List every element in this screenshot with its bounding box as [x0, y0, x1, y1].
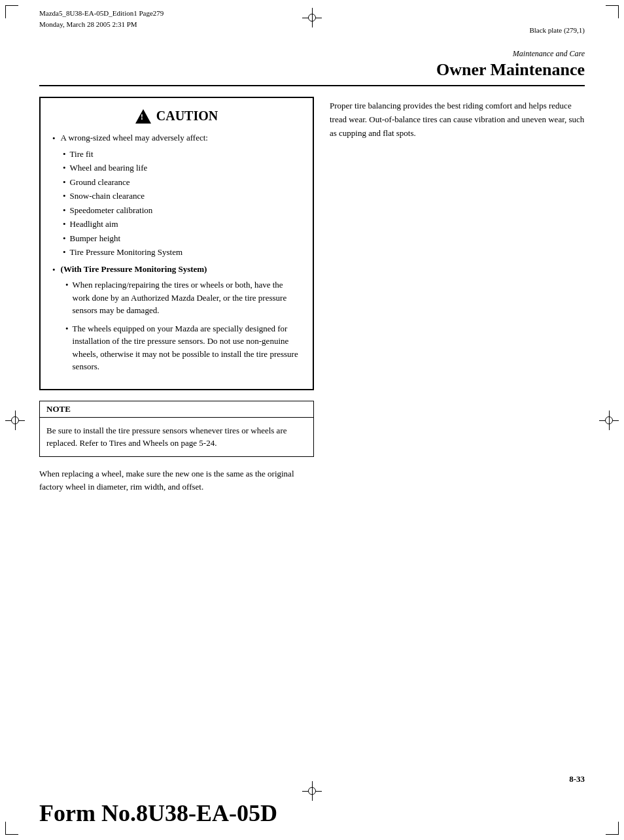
- corner-mark-bl: [5, 822, 18, 835]
- meta-line1: Mazda5_8U38-EA-05D_Edition1 Page279: [39, 8, 164, 19]
- caution-bullet-bold: • (With Tire Pressure Monitoring System): [52, 263, 301, 277]
- bold-bullet-dot: •: [52, 263, 56, 277]
- sub-item-2: • Wheel and bearing life: [63, 161, 301, 175]
- corner-mark-br: [606, 822, 619, 835]
- caution-triangle-icon: [135, 109, 151, 124]
- left-crosshair: [5, 411, 25, 430]
- detail-item-label-2: The wheels equipped on your Mazda are sp…: [73, 322, 301, 373]
- right-paragraph: Proper tire balancing provides the best …: [330, 99, 585, 140]
- sub-dot-3: •: [63, 176, 66, 189]
- header-subtitle: Maintenance and Care: [436, 49, 585, 59]
- header-section: Maintenance and Care Owner Maintenance: [436, 49, 585, 80]
- sub-item-3: • Ground clearance: [63, 176, 301, 189]
- top-crosshair: [302, 8, 322, 27]
- detail-item-1: • When replacing/repairing the tires or …: [65, 278, 301, 317]
- sub-item-7: • Bumper height: [63, 232, 301, 245]
- header-rule: [39, 85, 585, 86]
- left-column: CAUTION • A wrong-sized wheel may advers…: [39, 97, 314, 762]
- caution-body: • A wrong-sized wheel may adversely affe…: [52, 131, 301, 373]
- sub-dot-6: •: [63, 218, 66, 231]
- sub-item-label-5: Speedometer calibration: [70, 204, 153, 217]
- header-title: Owner Maintenance: [436, 60, 585, 80]
- note-box: NOTE Be sure to install the tire pressur…: [39, 401, 314, 457]
- note-body: Be sure to install the tire pressure sen…: [40, 418, 313, 456]
- sub-item-label-7: Bumper height: [70, 232, 121, 245]
- page-container: Mazda5_8U38-EA-05D_Edition1 Page279 Mond…: [0, 0, 624, 840]
- sub-dot-7: •: [63, 232, 66, 245]
- caution-bold-item: (With Tire Pressure Monitoring System): [61, 263, 207, 276]
- sub-item-4: • Snow-chain clearance: [63, 190, 301, 203]
- corner-mark-tl: [5, 5, 18, 18]
- sub-item-5: • Speedometer calibration: [63, 204, 301, 217]
- sub-item-label-3: Ground clearance: [70, 176, 130, 189]
- sub-dot-1: •: [63, 148, 66, 161]
- sub-item-label-1: Tire fit: [70, 148, 94, 161]
- caution-sub-list: • Tire fit • Wheel and bearing life • Gr…: [63, 148, 301, 259]
- caution-detail-list: • When replacing/repairing the tires or …: [65, 278, 301, 373]
- sub-item-label-4: Snow-chain clearance: [70, 190, 145, 203]
- sub-item-label-2: Wheel and bearing life: [70, 161, 148, 175]
- bullet-dot: •: [52, 132, 56, 145]
- top-meta: Mazda5_8U38-EA-05D_Edition1 Page279 Mond…: [39, 8, 164, 29]
- detail-dot-2: •: [65, 322, 69, 335]
- caution-bullet-main: • A wrong-sized wheel may adversely affe…: [52, 131, 301, 145]
- right-crosshair: [599, 411, 619, 430]
- detail-item-2: • The wheels equipped on your Mazda are …: [65, 322, 301, 373]
- sub-dot-2: •: [63, 161, 66, 175]
- form-number: Form No.8U38-EA-05D: [39, 799, 277, 827]
- bottom-crosshair: [302, 781, 322, 801]
- note-header: NOTE: [40, 401, 313, 418]
- right-column: Proper tire balancing provides the best …: [330, 97, 585, 762]
- sub-item-label-8: Tire Pressure Monitoring System: [70, 246, 183, 259]
- sub-item-8: • Tire Pressure Monitoring System: [63, 246, 301, 259]
- page-number: 8-33: [569, 774, 585, 784]
- top-right-label: Black plate (279,1): [529, 26, 585, 34]
- sub-dot-4: •: [63, 190, 66, 203]
- caution-intro: A wrong-sized wheel may adversely affect…: [61, 131, 208, 144]
- corner-mark-tr: [606, 5, 619, 18]
- bottom-paragraph: When replacing a wheel, make sure the ne…: [39, 467, 314, 495]
- sub-dot-5: •: [63, 204, 66, 217]
- sub-item-label-6: Headlight aim: [70, 218, 118, 231]
- caution-heading: CAUTION: [156, 109, 218, 124]
- main-content: CAUTION • A wrong-sized wheel may advers…: [39, 97, 585, 762]
- sub-item-1: • Tire fit: [63, 148, 301, 161]
- detail-item-label-1: When replacing/repairing the tires or wh…: [73, 278, 301, 317]
- sub-item-6: • Headlight aim: [63, 218, 301, 231]
- caution-box: CAUTION • A wrong-sized wheel may advers…: [39, 97, 314, 390]
- caution-header: CAUTION: [52, 109, 301, 124]
- sub-dot-8: •: [63, 246, 66, 259]
- detail-dot-1: •: [65, 278, 69, 292]
- meta-line2: Monday, March 28 2005 2:31 PM: [39, 19, 164, 30]
